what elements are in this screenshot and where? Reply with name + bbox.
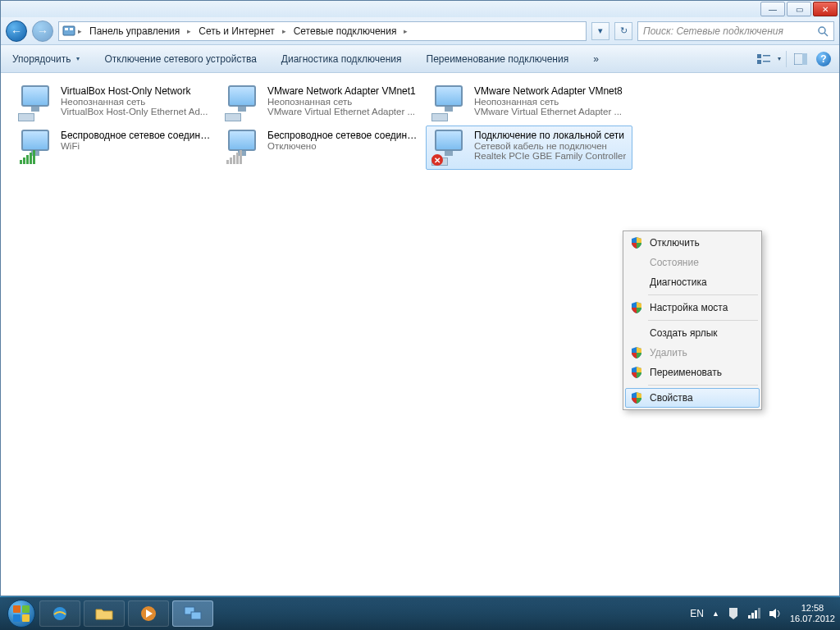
adapter-status: Неопознанная сеть <box>267 97 416 107</box>
svg-rect-5 <box>757 54 761 58</box>
back-button[interactable]: ← <box>6 21 27 42</box>
context-menu-item[interactable]: Переименовать <box>625 363 760 382</box>
uac-shield-icon <box>631 392 642 404</box>
clock-time: 12:58 <box>790 603 835 614</box>
address-dropdown-button[interactable]: ▾ <box>591 22 609 40</box>
context-menu-item[interactable]: Диагностика <box>625 272 760 292</box>
minimize-button[interactable]: — <box>760 2 785 16</box>
svg-rect-1 <box>65 28 68 30</box>
adapter-item[interactable]: Беспроводное сетевое соединение 2Отключе… <box>219 126 426 170</box>
internet-explorer-icon <box>51 605 69 623</box>
clock-date: 16.07.2012 <box>790 614 835 624</box>
control-panel-icon <box>62 25 75 38</box>
svg-rect-2 <box>70 28 73 30</box>
adapter-status: Сетевой кабель не подключен <box>474 141 626 151</box>
breadcrumb-item[interactable]: Сеть и Интернет <box>194 24 279 39</box>
svg-rect-15 <box>191 612 201 619</box>
menu-separator <box>648 320 758 321</box>
forward-button[interactable]: → <box>32 21 53 42</box>
view-options-button[interactable] <box>755 51 773 67</box>
svg-rect-8 <box>763 61 770 62</box>
svg-point-3 <box>819 27 825 34</box>
organize-button[interactable]: Упорядочить <box>7 51 84 67</box>
search-input[interactable]: Поиск: Сетевые подключения <box>637 21 834 41</box>
adapter-item[interactable]: VMware Network Adapter VMnet1Неопознанна… <box>219 81 426 126</box>
uac-shield-icon <box>631 237 642 249</box>
adapter-device: VMware Virtual Ethernet Adapter ... <box>267 107 416 116</box>
media-player-icon <box>139 605 158 623</box>
preview-pane-button[interactable] <box>792 51 810 67</box>
refresh-button[interactable]: ↻ <box>614 22 632 40</box>
command-bar: Упорядочить Отключение сетевого устройст… <box>1 45 839 73</box>
network-tray-icon[interactable] <box>747 608 760 619</box>
svg-rect-0 <box>63 26 75 35</box>
disable-device-button[interactable]: Отключение сетевого устройства <box>99 51 261 67</box>
context-menu-label: Диагностика <box>650 276 707 288</box>
adapter-icon <box>225 85 261 121</box>
svg-rect-7 <box>757 60 761 64</box>
adapter-item[interactable]: VirtualBox Host-Only NetworkНеопознанная… <box>12 81 219 126</box>
svg-line-4 <box>824 33 828 36</box>
adapter-status: Неопознанная сеть <box>474 97 623 107</box>
context-menu-label: Свойства <box>650 392 693 404</box>
breadcrumb-item[interactable]: Сетевые подключения <box>289 24 402 39</box>
svg-rect-10 <box>802 53 807 65</box>
context-menu-item[interactable]: Настройка моста <box>625 298 760 317</box>
adapter-device: VMware Virtual Ethernet Adapter ... <box>474 107 623 116</box>
context-menu-item[interactable]: Свойства <box>625 388 760 408</box>
svg-rect-6 <box>763 55 770 57</box>
svg-rect-19 <box>758 608 760 619</box>
uac-shield-icon <box>631 347 642 358</box>
svg-rect-16 <box>748 615 751 619</box>
start-button[interactable] <box>5 597 38 630</box>
volume-icon[interactable] <box>769 608 782 619</box>
adapter-status: Отключено <box>267 141 420 151</box>
context-menu-label: Настройка моста <box>650 302 728 313</box>
chevron-right-icon: ▸ <box>77 27 83 35</box>
search-icon <box>817 25 829 37</box>
rename-button[interactable]: Переименование подключения <box>422 51 574 67</box>
adapter-icon <box>18 130 54 166</box>
adapter-status: Неопознанная сеть <box>61 97 208 107</box>
show-hidden-icon[interactable]: ▲ <box>712 609 719 618</box>
clock[interactable]: 12:58 16.07.2012 <box>790 603 835 623</box>
windows-logo-icon <box>7 600 35 628</box>
search-placeholder: Поиск: Сетевые подключения <box>643 25 783 37</box>
chevron-right-icon: ▸ <box>403 27 409 35</box>
adapter-name: Подключение по локальной сети <box>474 130 626 141</box>
help-button[interactable]: ? <box>815 51 833 67</box>
breadcrumb-item[interactable]: Панель управления <box>84 24 185 39</box>
context-menu-item[interactable]: Создать ярлык <box>625 323 760 343</box>
close-button[interactable]: ✕ <box>813 2 838 16</box>
adapter-name: VirtualBox Host-Only Network <box>61 85 208 97</box>
adapter-item[interactable]: ✕Подключение по локальной сетиСетевой ка… <box>426 126 632 170</box>
adapter-item[interactable]: Беспроводное сетевое соединениеWiFi <box>12 126 219 170</box>
adapter-name: VMware Network Adapter VMnet1 <box>267 85 416 97</box>
svg-rect-18 <box>755 610 757 619</box>
adapter-icon <box>225 130 261 166</box>
taskbar-item-media[interactable] <box>128 600 169 627</box>
taskbar-item-ie[interactable] <box>39 600 80 627</box>
menu-separator <box>648 385 758 386</box>
taskbar-item-explorer[interactable] <box>84 600 125 627</box>
adapter-name: Беспроводное сетевое соединение <box>61 130 213 141</box>
chevron-right-icon: ▸ <box>281 27 287 35</box>
toolbar-overflow-button[interactable]: » <box>588 51 604 67</box>
context-menu-item[interactable]: Отключить <box>625 233 760 253</box>
action-center-icon[interactable] <box>728 607 739 620</box>
adapter-name: Беспроводное сетевое соединение 2 <box>267 130 420 141</box>
maximize-button[interactable]: ▭ <box>787 2 811 16</box>
context-menu-label: Отключить <box>650 237 700 249</box>
adapter-status: WiFi <box>61 141 213 151</box>
adapter-item[interactable]: VMware Network Adapter VMnet8Неопознанна… <box>426 81 632 126</box>
language-indicator[interactable]: EN <box>690 608 704 619</box>
breadcrumb[interactable]: ▸ Панель управления ▸ Сеть и Интернет ▸ … <box>58 21 587 41</box>
context-menu-label: Удалить <box>650 347 687 358</box>
taskbar-item-network[interactable] <box>172 600 213 627</box>
folder-icon <box>95 606 113 621</box>
context-menu-item: Состояние <box>625 253 760 272</box>
adapter-device: VirtualBox Host-Only Ethernet Ad... <box>61 107 208 116</box>
content-area: VirtualBox Host-Only NetworkНеопознанная… <box>1 73 839 596</box>
diagnose-button[interactable]: Диагностика подключения <box>276 51 407 67</box>
uac-shield-icon <box>631 367 642 378</box>
